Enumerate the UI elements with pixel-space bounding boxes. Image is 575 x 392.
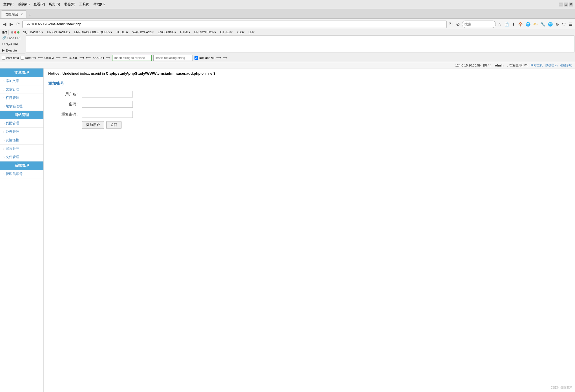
- replacing-string-input[interactable]: [153, 55, 193, 61]
- notice-path: C:\phpstudy\phpStudy\WWW\cms\admin\user.…: [106, 71, 201, 76]
- password-input[interactable]: [82, 101, 133, 108]
- logout-link[interactable]: 注销系统: [560, 63, 572, 67]
- home-nav-icon[interactable]: 🏠: [517, 21, 524, 27]
- minimize-button[interactable]: —: [559, 3, 563, 6]
- confirm-password-label: 重复密码：: [48, 112, 82, 117]
- sidebar-header-website: 网站管理: [0, 111, 43, 119]
- sidebar-item-admin-account[interactable]: 管理员账号: [0, 170, 43, 178]
- browser-titlebar: 文件(F) 编辑(E) 查看(V) 历史(S) 书签(B) 工具(I) 帮助(H…: [0, 0, 575, 9]
- js-icon[interactable]: JS: [532, 22, 538, 27]
- split-url-button[interactable]: ✂ Split URL: [0, 41, 25, 47]
- hackbar-left-panel: 🔗 Load URL ✂ Split URL ▶ Execute: [0, 35, 25, 54]
- hackbar-xss[interactable]: XSS▾: [235, 30, 246, 35]
- hackbar: INT SQL BASICS▾ UNION BASED▾ ERROR/DOUBL…: [0, 30, 575, 62]
- sidebar-item-trash-manage[interactable]: 垃圾箱管理: [0, 102, 43, 111]
- menu-tools[interactable]: 工具(I): [78, 2, 90, 7]
- hackbar-sql-basics[interactable]: SQL BASICS▾: [22, 30, 45, 35]
- menu-bookmarks[interactable]: 书签(B): [63, 2, 76, 7]
- homepage-link[interactable]: 网站主页: [530, 63, 543, 67]
- int-label: INT: [1, 30, 9, 35]
- referrer-checkbox-label[interactable]: Referrer: [21, 56, 36, 60]
- dot-green: [17, 31, 19, 34]
- hackbar-encryption[interactable]: ENCRYPTION▾: [193, 30, 218, 35]
- active-tab[interactable]: 管理后台 ✕: [1, 10, 27, 18]
- base64-label: BASE64: [92, 56, 104, 59]
- sidebar: 文章管理 添加文章 文章管理 栏目管理 垃圾箱管理 网站管理 页面管理 公告管理…: [0, 68, 44, 392]
- status-bar: 124-0-15 20:30:59 你好： admin ，欢迎使用CMS 网站主…: [0, 62, 575, 68]
- post-data-checkbox[interactable]: [2, 56, 5, 60]
- main-wrapper: 文章管理 添加文章 文章管理 栏目管理 垃圾箱管理 网站管理 页面管理 公告管理…: [0, 68, 575, 392]
- hackbar-union-based[interactable]: UNION BASED▾: [46, 30, 72, 35]
- back-button[interactable]: 返回: [106, 121, 121, 129]
- sidebar-item-article-manage[interactable]: 文章管理: [0, 85, 43, 94]
- execute-label: Execute: [6, 49, 17, 52]
- reload-button[interactable]: ↻: [448, 21, 454, 27]
- hackbar-dots: [10, 31, 21, 34]
- php-notice: Notice : Undefined index: userid in C:\p…: [44, 68, 575, 78]
- replace-all-checkbox[interactable]: [194, 56, 198, 60]
- extension3-icon[interactable]: ⚙: [555, 21, 560, 27]
- extension2-icon[interactable]: 🌐: [547, 21, 554, 27]
- confirm-password-input[interactable]: [82, 111, 133, 118]
- download-icon[interactable]: ⬇: [511, 21, 516, 27]
- arrow-right-5: ⟹: [223, 56, 227, 60]
- hackbar-other[interactable]: OTHER▾: [219, 30, 234, 35]
- add-user-button[interactable]: 添加用户: [82, 121, 104, 129]
- sidebar-item-column-manage[interactable]: 栏目管理: [0, 94, 43, 102]
- menu-file[interactable]: 文件(F): [2, 2, 16, 7]
- post-data-checkbox-label[interactable]: Post data: [2, 56, 19, 60]
- split-url-label: Split URL: [6, 43, 19, 46]
- hackbar-menu-row: INT SQL BASICS▾ UNION BASED▾ ERROR/DOUBL…: [0, 30, 575, 35]
- forward-button[interactable]: ▶: [8, 21, 14, 27]
- hackbar-textarea[interactable]: [26, 36, 574, 52]
- new-tab-button[interactable]: +: [27, 12, 33, 18]
- hackbar-tools[interactable]: TOOLS▾: [115, 30, 130, 35]
- change-password-link[interactable]: 修改密码: [545, 63, 558, 67]
- toolbar-icons: ☆ 📄 ⬇ 🏠 🌐 JS 🔧 🌐 ⚙ 🛡 ☰: [497, 21, 573, 27]
- hackbar-waf-bypass[interactable]: WAF BYPASS▾: [131, 30, 155, 35]
- arrow-right-3: ⟹: [106, 56, 110, 60]
- hackbar-encoding[interactable]: ENCODING▾: [156, 30, 178, 35]
- menu-edit[interactable]: 编辑(E): [17, 2, 31, 7]
- execute-button[interactable]: ▶ Execute: [0, 47, 25, 54]
- shield-icon[interactable]: 🛡: [561, 21, 567, 27]
- window-controls: — □ ✕: [559, 3, 573, 6]
- sidebar-item-add-article[interactable]: 添加文章: [0, 77, 43, 85]
- menu-icon[interactable]: ☰: [568, 21, 573, 27]
- extension1-icon[interactable]: 🔧: [539, 21, 546, 27]
- replace-all-label: Replace All: [199, 56, 214, 59]
- sidebar-item-page-manage[interactable]: 页面管理: [0, 119, 43, 128]
- stop-button[interactable]: ⊘: [455, 21, 461, 27]
- menu-history[interactable]: 历史(S): [48, 2, 61, 7]
- hackbar-lfi[interactable]: LFI▾: [247, 30, 256, 35]
- arrow-right-1: ⟹: [56, 56, 61, 60]
- replace-string-input[interactable]: [112, 55, 152, 61]
- bookmark-star-icon[interactable]: ☆: [497, 21, 502, 27]
- sidebar-item-notice-manage[interactable]: 公告管理: [0, 128, 43, 136]
- close-window-button[interactable]: ✕: [569, 3, 573, 6]
- hackbar-error-double-query[interactable]: ERROR/DOUBLE QUERY▾: [73, 30, 114, 35]
- back-button[interactable]: ◀: [2, 21, 7, 27]
- referrer-checkbox[interactable]: [21, 56, 24, 60]
- home-button[interactable]: ⟳: [15, 21, 21, 27]
- arrow-left-1: ⟸: [38, 56, 43, 60]
- hackbar-html[interactable]: HTML▾: [179, 30, 192, 35]
- reader-icon[interactable]: 📄: [503, 21, 510, 27]
- arrow-left-2: ⟸: [62, 56, 67, 60]
- username-input[interactable]: [82, 91, 133, 98]
- load-url-button[interactable]: 🔗 Load URL: [0, 35, 25, 41]
- address-input[interactable]: [22, 21, 447, 28]
- dot-gray: [11, 31, 13, 34]
- sidebar-item-message-manage[interactable]: 留言管理: [0, 145, 43, 153]
- menu-help[interactable]: 帮助(H): [92, 2, 106, 7]
- maximize-button[interactable]: □: [564, 3, 568, 6]
- sidebar-item-friendlinks[interactable]: 友情链接: [0, 136, 43, 145]
- tab-close-button[interactable]: ✕: [21, 13, 23, 16]
- password-label: 密码：: [48, 102, 82, 107]
- replace-all-checkbox-label[interactable]: Replace All: [194, 56, 214, 60]
- sidebar-item-file-manage[interactable]: 文件管理: [0, 153, 43, 161]
- menu-view[interactable]: 查看(V): [32, 2, 46, 7]
- globe-icon[interactable]: 🌐: [525, 21, 531, 27]
- search-input[interactable]: [462, 21, 496, 28]
- status-date: 124-0-15 20:30:59: [455, 64, 481, 67]
